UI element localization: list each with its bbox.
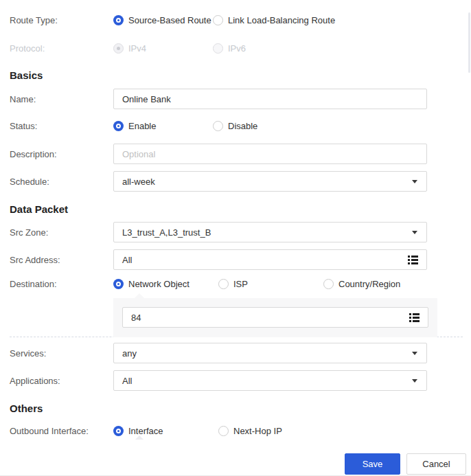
save-button[interactable]: Save [345, 453, 400, 475]
section-basics-header: Basics [10, 69, 471, 81]
protocol-row: Protocol: IPv4 IPv6 [10, 43, 471, 54]
radio-ipv4: IPv4 [113, 43, 213, 54]
services-value: any [122, 348, 137, 359]
chevron-down-icon [412, 352, 417, 355]
src-address-value: All [122, 255, 132, 265]
radio-network-object[interactable]: Network Object [113, 279, 218, 289]
radio-label: Disable [228, 121, 257, 131]
status-label: Status: [10, 121, 113, 131]
footer-actions: Save Cancel [0, 453, 471, 475]
outbound-interface-row: Outbound Interface: Interface Next-Hop I… [10, 425, 471, 436]
services-select[interactable]: any [113, 343, 427, 363]
radio-unselected-icon[interactable] [218, 426, 229, 436]
list-picker-icon[interactable] [408, 256, 418, 267]
status-row: Status: Enable Disable [10, 120, 471, 131]
outbound-interface-label: Outbound Interface: [10, 426, 113, 436]
cancel-button[interactable]: Cancel [406, 453, 466, 475]
schedule-row: Schedule: all-week [10, 171, 471, 192]
schedule-select[interactable]: all-week [113, 171, 427, 192]
radio-label: Enable [128, 121, 156, 131]
chevron-down-icon [412, 379, 417, 383]
radio-isp[interactable]: ISP [218, 279, 323, 289]
radio-label: IPv6 [228, 43, 246, 54]
services-label: Services: [10, 348, 113, 359]
radio-label: Country/Region [338, 279, 400, 289]
applications-row: Applications: All [10, 370, 471, 391]
name-row: Name: [10, 89, 471, 109]
radio-disabled-unselected-icon [213, 43, 223, 54]
radio-source-based-route[interactable]: Source-Based Route [113, 15, 213, 25]
network-object-value: 84 [131, 313, 141, 323]
description-row: Description: [10, 144, 471, 164]
radio-unselected-icon[interactable] [213, 121, 223, 131]
chevron-down-icon [412, 231, 417, 234]
route-type-label: Route Type: [10, 15, 113, 25]
section-data-packet-header: Data Packet [10, 203, 471, 215]
src-address-row: Src Address: All [10, 249, 471, 270]
radio-unselected-icon[interactable] [323, 279, 334, 289]
radio-selected-icon[interactable] [113, 121, 124, 131]
scrollbar-thumb[interactable] [468, 12, 470, 73]
radio-selected-icon[interactable] [113, 15, 124, 25]
route-type-row: Route Type: Source-Based Route Link Load… [10, 14, 471, 25]
radio-unselected-icon[interactable] [218, 279, 229, 289]
panel-pointer [135, 293, 144, 298]
radio-label: Network Object [128, 279, 189, 289]
destination-label: Destination: [10, 279, 113, 289]
src-address-picker[interactable]: All [113, 249, 427, 270]
radio-next-hop-ip[interactable]: Next-Hop IP [218, 426, 282, 436]
chevron-down-icon [412, 180, 417, 183]
schedule-label: Schedule: [10, 177, 113, 187]
radio-unselected-icon[interactable] [213, 15, 223, 25]
section-others-header: Others [10, 403, 471, 414]
schedule-value: all-week [122, 177, 155, 187]
radio-link-load-balancing-route[interactable]: Link Load-Balancing Route [213, 15, 335, 25]
name-input[interactable] [113, 89, 427, 109]
name-label: Name: [10, 94, 113, 104]
src-zone-value: L3_trust_A,L3_trust_B [122, 227, 211, 238]
radio-selected-icon[interactable] [113, 279, 124, 289]
radio-enable[interactable]: Enable [113, 121, 213, 131]
services-row: Services: any [10, 343, 471, 363]
radio-label: Next-Hop IP [233, 426, 282, 436]
radio-selected-icon[interactable] [113, 426, 124, 436]
src-zone-label: Src Zone: [10, 227, 113, 238]
description-label: Description: [10, 149, 113, 159]
radio-disable[interactable]: Disable [213, 121, 257, 131]
radio-label: IPv4 [128, 43, 146, 54]
radio-label: ISP [233, 279, 248, 289]
list-picker-icon[interactable] [409, 313, 420, 324]
radio-label: Interface [128, 426, 163, 436]
radio-interface[interactable]: Interface [113, 426, 218, 436]
src-zone-row: Src Zone: L3_trust_A,L3_trust_B [10, 222, 471, 242]
src-zone-select[interactable]: L3_trust_A,L3_trust_B [113, 222, 427, 242]
description-input[interactable] [113, 144, 427, 164]
network-object-panel: 84 [113, 298, 437, 337]
src-address-label: Src Address: [10, 255, 113, 265]
interface-panel-pointer [135, 435, 143, 440]
radio-label: Link Load-Balancing Route [228, 15, 335, 25]
applications-select[interactable]: All [113, 370, 427, 391]
applications-value: All [122, 376, 132, 386]
radio-disabled-selected-icon [113, 43, 124, 54]
network-object-picker[interactable]: 84 [122, 307, 428, 328]
radio-country-region[interactable]: Country/Region [323, 279, 400, 289]
applications-label: Applications: [10, 376, 113, 386]
radio-label: Source-Based Route [128, 15, 211, 25]
protocol-label: Protocol: [10, 43, 113, 54]
destination-row: Destination: Network Object ISP Country/… [10, 278, 471, 289]
radio-ipv6: IPv6 [213, 43, 246, 54]
